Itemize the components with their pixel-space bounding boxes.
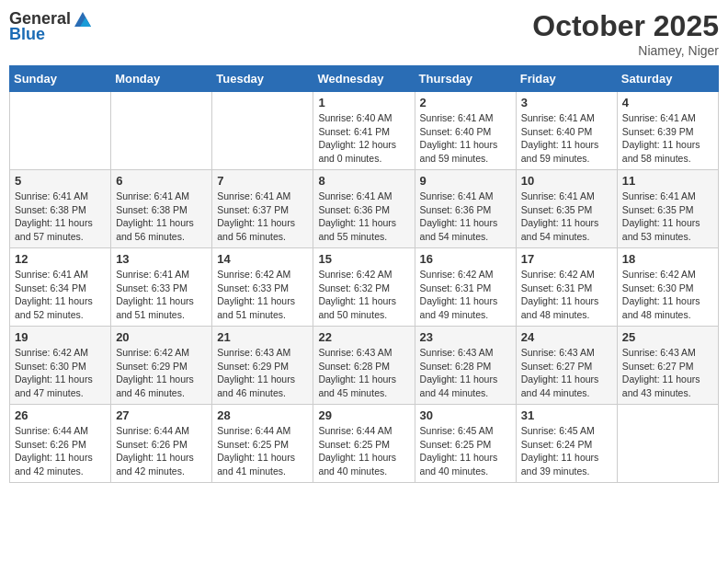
cell-day-number: 8 <box>318 174 409 188</box>
cell-sun-info: Sunrise: 6:41 AMSunset: 6:38 PMDaylight:… <box>116 190 207 244</box>
cell-sun-info: Sunrise: 6:44 AMSunset: 6:26 PMDaylight:… <box>15 424 106 478</box>
calendar-cell: 4Sunrise: 6:41 AMSunset: 6:39 PMDaylight… <box>617 92 718 170</box>
title-area: October 2025 Niamey, Niger <box>532 9 719 58</box>
calendar-cell <box>111 92 212 170</box>
logo-blue: Blue <box>9 25 45 44</box>
cell-day-number: 30 <box>420 408 511 422</box>
header-tuesday: Tuesday <box>212 66 313 92</box>
calendar-week-row: 19Sunrise: 6:42 AMSunset: 6:30 PMDayligh… <box>10 327 719 405</box>
calendar-cell <box>10 92 111 170</box>
calendar-header-row: SundayMondayTuesdayWednesdayThursdayFrid… <box>10 66 719 92</box>
calendar-cell: 22Sunrise: 6:43 AMSunset: 6:28 PMDayligh… <box>313 327 415 405</box>
calendar-cell: 6Sunrise: 6:41 AMSunset: 6:38 PMDaylight… <box>111 170 212 248</box>
cell-day-number: 29 <box>318 408 409 422</box>
header-friday: Friday <box>516 66 617 92</box>
cell-sun-info: Sunrise: 6:45 AMSunset: 6:24 PMDaylight:… <box>521 424 612 478</box>
calendar-cell: 20Sunrise: 6:42 AMSunset: 6:29 PMDayligh… <box>111 327 212 405</box>
cell-sun-info: Sunrise: 6:41 AMSunset: 6:36 PMDaylight:… <box>318 190 409 244</box>
cell-sun-info: Sunrise: 6:41 AMSunset: 6:35 PMDaylight:… <box>521 190 612 244</box>
calendar-cell: 27Sunrise: 6:44 AMSunset: 6:26 PMDayligh… <box>111 405 212 483</box>
cell-day-number: 4 <box>622 96 713 109</box>
calendar-cell: 28Sunrise: 6:44 AMSunset: 6:25 PMDayligh… <box>212 405 313 483</box>
cell-day-number: 2 <box>420 96 511 109</box>
cell-day-number: 20 <box>116 330 207 344</box>
cell-sun-info: Sunrise: 6:41 AMSunset: 6:33 PMDaylight:… <box>116 268 207 322</box>
calendar-cell: 3Sunrise: 6:41 AMSunset: 6:40 PMDaylight… <box>516 92 617 170</box>
cell-day-number: 22 <box>318 330 409 344</box>
cell-day-number: 28 <box>217 408 308 422</box>
calendar-cell: 16Sunrise: 6:42 AMSunset: 6:31 PMDayligh… <box>415 248 516 327</box>
cell-day-number: 14 <box>217 252 308 266</box>
calendar-cell: 13Sunrise: 6:41 AMSunset: 6:33 PMDayligh… <box>111 248 212 327</box>
calendar-table: SundayMondayTuesdayWednesdayThursdayFrid… <box>9 65 719 483</box>
cell-day-number: 25 <box>622 330 713 344</box>
cell-day-number: 3 <box>521 96 612 109</box>
cell-day-number: 21 <box>217 330 308 344</box>
calendar-cell: 29Sunrise: 6:44 AMSunset: 6:25 PMDayligh… <box>313 405 415 483</box>
calendar-cell: 1Sunrise: 6:40 AMSunset: 6:41 PMDaylight… <box>313 92 415 170</box>
calendar-cell: 10Sunrise: 6:41 AMSunset: 6:35 PMDayligh… <box>516 170 617 248</box>
cell-sun-info: Sunrise: 6:40 AMSunset: 6:41 PMDaylight:… <box>318 111 409 166</box>
calendar-cell: 7Sunrise: 6:41 AMSunset: 6:37 PMDaylight… <box>212 170 313 248</box>
cell-sun-info: Sunrise: 6:41 AMSunset: 6:39 PMDaylight:… <box>622 111 713 166</box>
cell-day-number: 15 <box>318 252 409 266</box>
cell-sun-info: Sunrise: 6:42 AMSunset: 6:32 PMDaylight:… <box>318 268 409 322</box>
cell-day-number: 10 <box>521 174 612 188</box>
cell-sun-info: Sunrise: 6:43 AMSunset: 6:29 PMDaylight:… <box>217 346 308 400</box>
calendar-cell: 17Sunrise: 6:42 AMSunset: 6:31 PMDayligh… <box>516 248 617 327</box>
cell-sun-info: Sunrise: 6:44 AMSunset: 6:25 PMDaylight:… <box>217 424 308 478</box>
cell-sun-info: Sunrise: 6:43 AMSunset: 6:28 PMDaylight:… <box>318 346 409 400</box>
calendar-cell: 19Sunrise: 6:42 AMSunset: 6:30 PMDayligh… <box>10 327 111 405</box>
calendar-cell: 12Sunrise: 6:41 AMSunset: 6:34 PMDayligh… <box>10 248 111 327</box>
cell-sun-info: Sunrise: 6:41 AMSunset: 6:38 PMDaylight:… <box>15 190 106 244</box>
cell-day-number: 26 <box>15 408 106 422</box>
calendar-cell: 14Sunrise: 6:42 AMSunset: 6:33 PMDayligh… <box>212 248 313 327</box>
cell-sun-info: Sunrise: 6:43 AMSunset: 6:28 PMDaylight:… <box>420 346 511 400</box>
cell-day-number: 27 <box>116 408 207 422</box>
cell-day-number: 19 <box>15 330 106 344</box>
cell-sun-info: Sunrise: 6:44 AMSunset: 6:26 PMDaylight:… <box>116 424 207 478</box>
calendar-cell: 25Sunrise: 6:43 AMSunset: 6:27 PMDayligh… <box>617 327 718 405</box>
calendar-week-row: 1Sunrise: 6:40 AMSunset: 6:41 PMDaylight… <box>10 92 719 170</box>
month-title: October 2025 <box>532 9 719 43</box>
page-header: General Blue October 2025 Niamey, Niger <box>9 9 719 58</box>
calendar-cell: 30Sunrise: 6:45 AMSunset: 6:25 PMDayligh… <box>415 405 516 483</box>
calendar-cell: 11Sunrise: 6:41 AMSunset: 6:35 PMDayligh… <box>617 170 718 248</box>
cell-sun-info: Sunrise: 6:42 AMSunset: 6:33 PMDaylight:… <box>217 268 308 322</box>
header-sunday: Sunday <box>10 66 111 92</box>
cell-day-number: 1 <box>318 96 409 109</box>
cell-sun-info: Sunrise: 6:42 AMSunset: 6:31 PMDaylight:… <box>420 268 511 322</box>
cell-day-number: 7 <box>217 174 308 188</box>
calendar-cell: 9Sunrise: 6:41 AMSunset: 6:36 PMDaylight… <box>415 170 516 248</box>
cell-sun-info: Sunrise: 6:41 AMSunset: 6:35 PMDaylight:… <box>622 190 713 244</box>
cell-day-number: 13 <box>116 252 207 266</box>
calendar-cell: 26Sunrise: 6:44 AMSunset: 6:26 PMDayligh… <box>10 405 111 483</box>
cell-day-number: 6 <box>116 174 207 188</box>
cell-sun-info: Sunrise: 6:45 AMSunset: 6:25 PMDaylight:… <box>420 424 511 478</box>
cell-day-number: 12 <box>15 252 106 266</box>
calendar-week-row: 12Sunrise: 6:41 AMSunset: 6:34 PMDayligh… <box>10 248 719 327</box>
cell-sun-info: Sunrise: 6:43 AMSunset: 6:27 PMDaylight:… <box>622 346 713 400</box>
cell-day-number: 18 <box>622 252 713 266</box>
calendar-cell: 21Sunrise: 6:43 AMSunset: 6:29 PMDayligh… <box>212 327 313 405</box>
cell-day-number: 16 <box>420 252 511 266</box>
cell-sun-info: Sunrise: 6:41 AMSunset: 6:36 PMDaylight:… <box>420 190 511 244</box>
cell-day-number: 31 <box>521 408 612 422</box>
cell-sun-info: Sunrise: 6:44 AMSunset: 6:25 PMDaylight:… <box>318 424 409 478</box>
cell-sun-info: Sunrise: 6:42 AMSunset: 6:29 PMDaylight:… <box>116 346 207 400</box>
calendar-cell: 8Sunrise: 6:41 AMSunset: 6:36 PMDaylight… <box>313 170 415 248</box>
calendar-cell <box>212 92 313 170</box>
cell-day-number: 24 <box>521 330 612 344</box>
calendar-week-row: 5Sunrise: 6:41 AMSunset: 6:38 PMDaylight… <box>10 170 719 248</box>
location: Niamey, Niger <box>532 43 719 58</box>
cell-sun-info: Sunrise: 6:41 AMSunset: 6:37 PMDaylight:… <box>217 190 308 244</box>
logo-icon <box>73 10 93 29</box>
calendar-cell: 5Sunrise: 6:41 AMSunset: 6:38 PMDaylight… <box>10 170 111 248</box>
calendar-week-row: 26Sunrise: 6:44 AMSunset: 6:26 PMDayligh… <box>10 405 719 483</box>
cell-day-number: 23 <box>420 330 511 344</box>
cell-day-number: 17 <box>521 252 612 266</box>
calendar-cell: 18Sunrise: 6:42 AMSunset: 6:30 PMDayligh… <box>617 248 718 327</box>
calendar-cell: 2Sunrise: 6:41 AMSunset: 6:40 PMDaylight… <box>415 92 516 170</box>
cell-day-number: 5 <box>15 174 106 188</box>
header-wednesday: Wednesday <box>313 66 415 92</box>
